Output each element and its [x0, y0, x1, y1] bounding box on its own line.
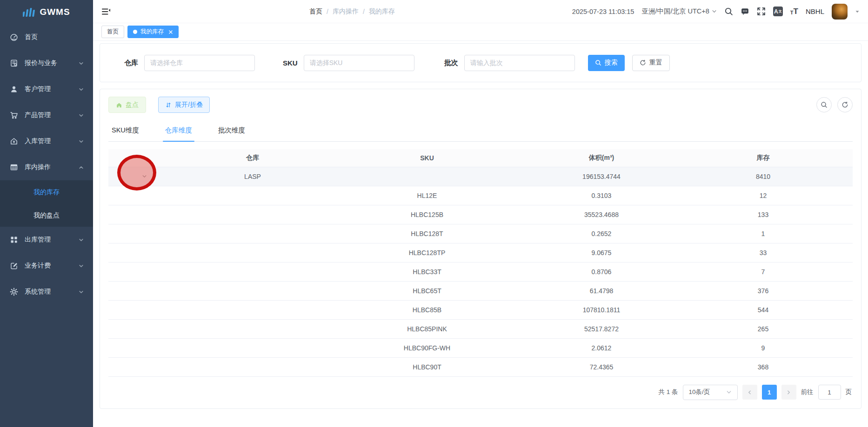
tab-warehouse-dimension[interactable]: 仓库维度: [163, 125, 194, 141]
goto-page-input[interactable]: [818, 385, 841, 400]
billing-icon: [9, 262, 19, 270]
cell-sku: [325, 167, 529, 186]
expand-collapse-button[interactable]: 展开/折叠: [158, 97, 210, 113]
table-refresh-icon[interactable]: [837, 97, 853, 112]
cell-volume: 0.3103: [529, 186, 674, 205]
warehouse-select-input[interactable]: [144, 55, 255, 71]
sidebar-item-billing[interactable]: 业务计费: [0, 253, 93, 279]
sidebar-item-label: 产品管理: [25, 111, 51, 119]
batch-label: 批次: [444, 59, 458, 67]
header-right-cluster: 2025-07-23 11:03:15 亚洲/中国/北京 UTC+8 A文 TT: [572, 4, 860, 20]
stocktake-button[interactable]: 盘点: [108, 97, 146, 113]
cell-stock: 265: [674, 319, 853, 338]
batch-input[interactable]: [464, 55, 575, 71]
inventory-table: 仓库 SKU 体积(m³) 库存 LASP 196153.4744 8410 H…: [108, 149, 853, 377]
sidebar-item-my-inventory[interactable]: 我的库存: [0, 180, 93, 204]
font-size-large-glyph: T: [794, 7, 798, 15]
cell-volume: 52517.8272: [529, 319, 674, 338]
search-icon: [595, 59, 601, 66]
table-tools: [816, 97, 853, 112]
sidebar-item-label: 库内操作: [25, 163, 51, 171]
search-button-label: 搜索: [605, 59, 618, 67]
outbound-icon: [9, 236, 19, 244]
chevron-down-icon: [79, 237, 84, 243]
next-page-button[interactable]: [781, 385, 796, 400]
timezone-selector[interactable]: 亚洲/中国/北京 UTC+8: [641, 7, 716, 16]
cell-sku: HLBC125B: [325, 205, 529, 224]
logo-bars-icon: [23, 7, 35, 17]
tab-label: 首页: [107, 28, 119, 36]
refresh-icon: [640, 59, 646, 66]
cell-stock: 376: [674, 281, 853, 300]
page-size-value: 10条/页: [689, 388, 710, 396]
sidebar-item-products[interactable]: 产品管理: [0, 102, 93, 128]
chevron-up-icon: [79, 165, 84, 170]
tab-batch-dimension[interactable]: 批次维度: [216, 125, 247, 141]
table-row: HL12E0.310312: [108, 186, 853, 205]
cell-stock: 12: [674, 186, 853, 205]
cell-stock: 7: [674, 262, 853, 281]
expand-collapse-label: 展开/折叠: [175, 101, 203, 109]
sidebar-item-my-stocktake[interactable]: 我的盘点: [0, 204, 93, 227]
sidebar-item-quotes[interactable]: 报价与业务: [0, 50, 93, 76]
page-size-select[interactable]: 10条/页: [683, 385, 738, 400]
cell-volume: 35523.4688: [529, 205, 674, 224]
breadcrumb: 首页 / 库内操作 / 我的库存: [309, 0, 395, 23]
fullscreen-icon[interactable]: [757, 7, 766, 16]
cell-warehouse: LASP: [180, 167, 325, 186]
sku-label: SKU: [283, 59, 298, 67]
message-icon[interactable]: [741, 7, 749, 16]
username[interactable]: NBHL: [806, 7, 824, 15]
tab-sku-dimension[interactable]: SKU维度: [109, 125, 141, 141]
cell-sku: HLBC128TP: [325, 243, 529, 262]
breadcrumb-home[interactable]: 首页: [309, 7, 322, 16]
reset-button[interactable]: 重置: [632, 55, 670, 71]
cell-stock: 368: [674, 357, 853, 376]
table-search-icon[interactable]: [816, 97, 832, 112]
font-size-icon[interactable]: TT: [790, 7, 798, 15]
dashboard-icon: [9, 33, 19, 41]
table-row: HLBC90FG-WH2.06129: [108, 338, 853, 357]
close-icon[interactable]: [168, 30, 173, 34]
sidebar-item-label: 业务计费: [25, 262, 51, 270]
cell-volume: 9.0675: [529, 243, 674, 262]
tab-my-inventory[interactable]: 我的库存: [127, 26, 179, 38]
sidebar-item-inbound[interactable]: 入库管理: [0, 128, 93, 154]
cell-volume: 72.4365: [529, 357, 674, 376]
chevron-down-icon: [726, 389, 732, 395]
sidebar-item-customers[interactable]: 客户管理: [0, 76, 93, 102]
search-button[interactable]: 搜索: [588, 55, 625, 71]
cell-sku: HLBC128T: [325, 224, 529, 243]
table-row: HLBC125B35523.4688133: [108, 205, 853, 224]
user-menu-caret-icon[interactable]: [855, 9, 860, 14]
prev-page-button[interactable]: [742, 385, 757, 400]
cell-volume: 0.8706: [529, 262, 674, 281]
translate-icon[interactable]: A文: [773, 7, 783, 16]
row-expand-toggle[interactable]: [108, 167, 180, 186]
sidebar-item-outbound[interactable]: 出库管理: [0, 227, 93, 253]
timezone-label: 亚洲/中国/北京 UTC+8: [641, 7, 709, 16]
sidebar-item-home[interactable]: 首页: [0, 24, 93, 50]
batch-filter-group: 批次: [444, 55, 575, 71]
sidebar-item-system[interactable]: 系统管理: [0, 279, 93, 305]
warehouse-ops-icon: [9, 163, 19, 171]
breadcrumb-warehouse-ops[interactable]: 库内操作: [333, 7, 359, 16]
table-row: HLBC90T72.4365368: [108, 357, 853, 376]
sidebar-collapse-icon[interactable]: [101, 7, 111, 16]
sku-select-input[interactable]: [304, 55, 414, 71]
tab-home[interactable]: 首页: [101, 26, 124, 38]
app-logo: GWMS: [0, 0, 93, 24]
home-icon: [116, 102, 122, 108]
user-avatar[interactable]: [832, 4, 848, 20]
table-row: HLBC128T0.26521: [108, 224, 853, 243]
product-cart-icon: [9, 111, 19, 119]
view-tag-bar: 首页 我的库存: [93, 23, 868, 41]
page-number-1[interactable]: 1: [762, 385, 777, 400]
column-sku: SKU: [325, 149, 529, 167]
table-row: HLBC33T0.87067: [108, 262, 853, 281]
search-icon[interactable]: [724, 7, 733, 16]
sidebar-item-warehouse-ops[interactable]: 库内操作: [0, 154, 93, 180]
chevron-down-icon: [79, 113, 84, 118]
column-warehouse: 仓库: [180, 149, 325, 167]
breadcrumb-separator: /: [363, 8, 365, 15]
